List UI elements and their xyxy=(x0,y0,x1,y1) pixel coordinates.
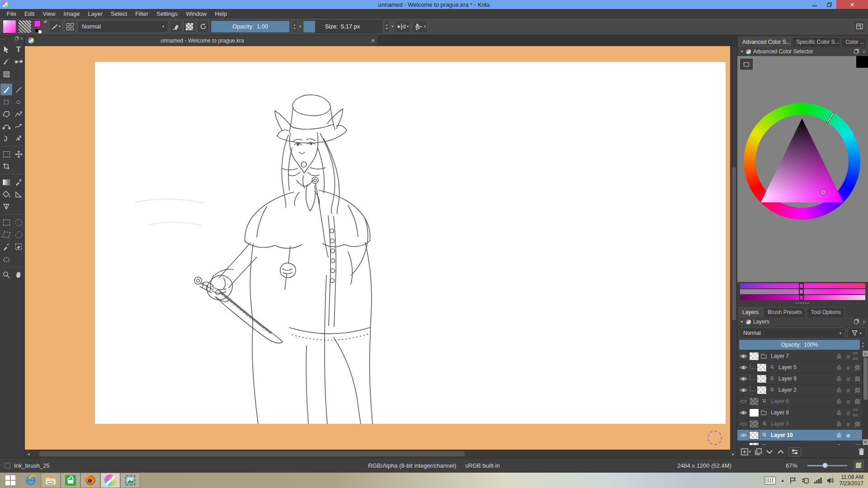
preserve-alpha-button[interactable] xyxy=(184,20,195,33)
touch-keyboard-icon[interactable] xyxy=(764,477,776,484)
close-docker-icon[interactable]: × xyxy=(20,36,23,41)
float-docker-icon[interactable] xyxy=(15,37,18,40)
layer-visibility-icon[interactable] xyxy=(737,421,749,427)
taskbar-snipping-tool[interactable] xyxy=(120,473,140,488)
document-tab[interactable]: unnamed - Welcome to prague.kra ✕ xyxy=(25,35,379,46)
close-docker-icon[interactable]: × xyxy=(863,49,865,54)
taskbar-firefox[interactable] xyxy=(80,473,100,488)
hue-strip[interactable] xyxy=(740,283,865,288)
layer-row[interactable]: Layer 3 α == == xyxy=(737,418,868,430)
layers-docker-header[interactable]: ▼ Layers × xyxy=(737,317,868,326)
opacity-slider[interactable]: Opacity: 1.00 xyxy=(211,20,290,33)
layer-alpha-icon[interactable]: α xyxy=(844,443,853,446)
dock-tab[interactable]: Color ... xyxy=(841,37,867,47)
tool-contiguous-select[interactable] xyxy=(0,241,12,253)
layer-inherit-alpha-icon[interactable]: == == xyxy=(853,388,862,393)
layer-visibility-icon[interactable] xyxy=(737,399,749,404)
layer-opacity-slider[interactable]: Opacity: 100% ▲▼ xyxy=(739,340,866,350)
layer-thumbnail[interactable] xyxy=(749,352,759,361)
layer-thumbnail[interactable] xyxy=(749,397,759,406)
canvas-vertical-scrollbar[interactable] xyxy=(730,46,737,450)
menu-item[interactable]: Image xyxy=(59,9,84,18)
duplicate-layer-button[interactable] xyxy=(755,448,762,455)
layer-lock-icon[interactable] xyxy=(835,399,844,404)
layer-alpha-icon[interactable]: α xyxy=(844,409,853,416)
power-plug-icon[interactable] xyxy=(802,477,809,484)
canvas-page[interactable] xyxy=(95,62,726,424)
layer-visibility-icon[interactable] xyxy=(737,365,749,371)
layer-inherit-alpha-icon[interactable]: == == xyxy=(853,444,862,446)
layer-inherit-alpha-icon[interactable]: == == xyxy=(853,407,862,418)
layer-lock-icon[interactable] xyxy=(835,421,844,427)
mirror-horizontal-button[interactable]: ▾ xyxy=(395,20,410,33)
hue-ring[interactable] xyxy=(744,103,860,220)
saturation-strip[interactable] xyxy=(740,289,865,294)
foreground-background-colors[interactable]: ⇄ xyxy=(33,20,47,33)
taskbar-file-explorer[interactable] xyxy=(41,473,61,488)
layer-alpha-icon[interactable]: α xyxy=(844,387,853,394)
layer-row[interactable]: Layer 6 α == == xyxy=(737,396,868,407)
color-selector-settings-button[interactable] xyxy=(740,59,753,70)
layer-row[interactable]: Layer 10 α == == xyxy=(737,430,868,441)
layer-alpha-icon[interactable]: α xyxy=(844,364,853,371)
layer-lock-icon[interactable] xyxy=(835,365,844,370)
tool-crop[interactable] xyxy=(0,160,12,172)
layer-thumbnail[interactable] xyxy=(757,363,767,372)
layer-inherit-alpha-icon[interactable]: == == xyxy=(853,365,862,370)
menu-item[interactable]: Filter xyxy=(131,9,152,18)
edit-brush-settings-button[interactable]: ▾ xyxy=(49,20,62,33)
move-layer-down-button[interactable] xyxy=(766,450,773,454)
tool-elliptical-select[interactable] xyxy=(13,216,24,228)
float-docker-icon[interactable] xyxy=(854,320,858,324)
minimize-button[interactable] xyxy=(807,0,822,9)
move-layer-up-button[interactable] xyxy=(777,450,784,454)
tool-rectangular-select[interactable] xyxy=(0,216,12,228)
tool-measure[interactable] xyxy=(13,188,24,200)
scroll-right-arrow[interactable]: ► xyxy=(730,452,737,456)
tool-similar-color-select[interactable] xyxy=(13,241,24,253)
menu-item[interactable]: Select xyxy=(107,9,131,18)
scroll-thumb[interactable] xyxy=(863,357,868,400)
layer-visibility-icon[interactable] xyxy=(737,410,749,416)
strip-handle[interactable] xyxy=(799,289,804,295)
taskbar-internet-explorer[interactable] xyxy=(21,473,41,488)
layer-row[interactable]: Layer 2 α == == xyxy=(737,385,868,396)
menu-item[interactable]: Edit xyxy=(20,9,38,18)
swap-colors-icon[interactable]: ⇄ xyxy=(43,20,47,24)
tool-bezier-select[interactable] xyxy=(0,253,12,265)
default-white[interactable] xyxy=(38,30,42,34)
dock-tab[interactable]: Tool Options xyxy=(807,307,845,317)
tool-pattern-edit[interactable]: ▨ xyxy=(0,68,12,80)
show-hidden-icons[interactable]: ▲ xyxy=(781,478,785,483)
tool-rectangle[interactable]: □ xyxy=(0,96,12,108)
last-color-swatch[interactable] xyxy=(856,56,868,68)
layer-filter-button[interactable]: ▾ xyxy=(847,328,866,338)
layer-inherit-alpha-icon[interactable]: == == xyxy=(853,422,862,427)
layer-list-scrollbar[interactable]: ▲ ▼ xyxy=(862,351,868,445)
taskbar-krita[interactable] xyxy=(100,473,120,488)
tool-color-sampler[interactable] xyxy=(13,176,24,188)
layer-inherit-alpha-icon[interactable]: == == xyxy=(853,433,862,438)
tool-assistants[interactable] xyxy=(0,201,12,212)
size-options-caret[interactable]: ▾ xyxy=(392,24,393,28)
choose-brush-preset-button[interactable] xyxy=(64,20,76,33)
collapse-icon[interactable]: ▼ xyxy=(740,50,744,54)
tool-multibrush[interactable] xyxy=(13,132,24,144)
opacity-spinner[interactable]: ▲▼ xyxy=(292,20,297,33)
gradient-swatch[interactable] xyxy=(3,20,16,33)
layer-lock-icon[interactable] xyxy=(835,410,844,415)
tool-zoom[interactable] xyxy=(0,269,12,281)
layer-alpha-icon[interactable]: α xyxy=(844,432,853,439)
canvas-viewport[interactable] xyxy=(25,46,730,450)
layer-alpha-icon[interactable]: α xyxy=(844,398,853,405)
layer-row[interactable]: Layer 9 α == == xyxy=(737,373,868,385)
advanced-color-selector[interactable] xyxy=(737,56,868,282)
color-docker-header[interactable]: ▼ Advanced Color Selector × xyxy=(737,47,868,56)
size-slider[interactable]: Size: 5.17 px xyxy=(303,20,382,33)
layer-lock-icon[interactable] xyxy=(835,387,844,393)
tool-polyline[interactable] xyxy=(13,108,24,120)
reload-preset-button[interactable] xyxy=(197,20,209,33)
tool-calligraphy[interactable] xyxy=(0,56,12,67)
tool-dynamic-brush[interactable] xyxy=(0,132,12,144)
layer-blending-mode-dropdown[interactable]: Normal ▾ xyxy=(739,328,845,338)
